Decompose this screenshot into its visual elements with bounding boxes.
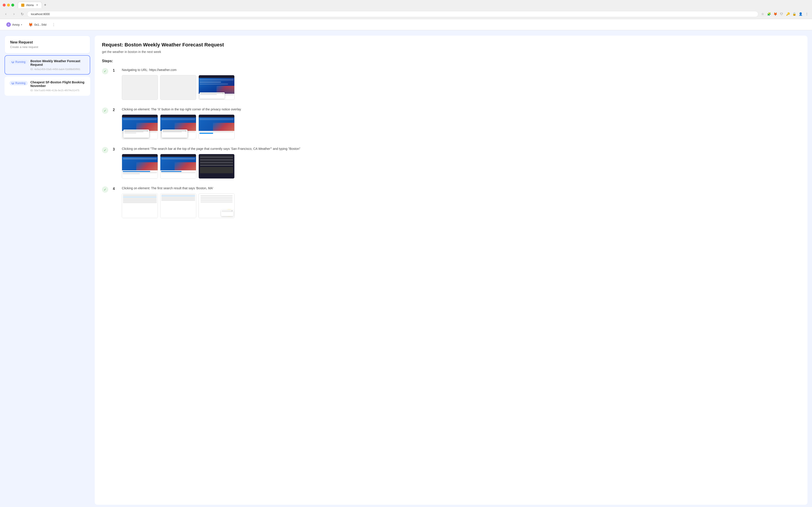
step-check-1: ✓ — [102, 68, 108, 74]
close-traffic-light[interactable] — [3, 4, 6, 6]
dark-bar-5 — [200, 161, 233, 162]
mini-screenshot-3-2 — [160, 154, 196, 178]
popup-bar-1 — [222, 211, 233, 211]
step-number-3: 3 — [113, 147, 117, 152]
wallet-address: 0x1...54d — [34, 23, 46, 26]
wallet-emoji-icon: 🦊 — [29, 22, 33, 27]
bookmark-icon[interactable]: ☆ — [760, 11, 765, 16]
request-card-1-title: Cheapest SF-Boston Flight Booking Novemb… — [31, 80, 85, 88]
profile-icon[interactable]: 👤 — [798, 11, 803, 16]
new-request-title: New Request — [10, 40, 85, 44]
shield-icon[interactable]: 🛡 — [779, 11, 784, 16]
request-card-0-info: Boston Weekly Weather Forecast Request I… — [31, 59, 85, 70]
back-button[interactable]: ‹ — [3, 11, 9, 17]
user-name: Amoy — [12, 23, 19, 26]
sun-bar-3 — [201, 199, 233, 199]
tab-close-button[interactable]: ✕ — [36, 4, 39, 7]
new-request-card[interactable]: New Request Create a new request — [4, 36, 90, 53]
screenshot-4-3: ✕ — [199, 193, 235, 218]
reload-button[interactable]: ↻ — [19, 11, 25, 17]
step-content-3: Clicking on element "The search bar at t… — [122, 147, 800, 179]
step-check-3: ✓ — [102, 147, 108, 153]
request-card-0[interactable]: Running Boston Weekly Weather Forecast R… — [4, 55, 90, 74]
maximize-traffic-light[interactable] — [11, 4, 14, 6]
fox-icon[interactable]: 🦊 — [773, 11, 778, 16]
step-screenshots-3 — [122, 154, 800, 179]
boston2-highlight-bar — [161, 195, 195, 196]
step-screenshots-4: ✕ — [122, 193, 800, 218]
screenshot-3-2 — [160, 154, 196, 179]
screenshot-1-1 — [122, 75, 158, 100]
step-number-4: 4 — [113, 187, 117, 191]
dark-bar-8 — [200, 165, 233, 166]
mini-nav-2-3 — [199, 115, 234, 117]
forward-button[interactable]: › — [11, 11, 17, 17]
spinner-0 — [12, 61, 14, 63]
step-number-2: 2 — [113, 108, 117, 112]
address-bar[interactable]: localhost:8000 — [27, 11, 758, 17]
request-card-1[interactable]: Running Cheapest SF-Boston Flight Bookin… — [4, 76, 90, 96]
boston-bar-5 — [123, 200, 157, 201]
boston-highlight-bar — [123, 197, 157, 198]
key-icon[interactable]: 🔑 — [785, 11, 790, 16]
extensions-icon[interactable]: 🧩 — [766, 11, 771, 16]
header-more-icon[interactable]: ⋮ — [52, 22, 55, 27]
running-label-1: Running — [15, 81, 26, 85]
mini-boston-4-1 — [122, 193, 158, 218]
step-check-2: ✓ — [102, 108, 108, 114]
browser-chrome: Aloria ✕ + ‹ › ↻ localhost:8000 ☆ 🧩 🦊 🛡 … — [0, 0, 812, 19]
sun-bar-2 — [201, 197, 233, 198]
request-card-1-id: ID: 50e7ca93-f486-413b-9e15-4f97f4c51475 — [31, 89, 85, 92]
app-header: A Amoy ▾ 🦊 0x1...54d ⋮ — [0, 19, 812, 30]
url-text: localhost:8000 — [31, 12, 50, 16]
boston2-bar-3 — [161, 198, 195, 199]
dark-bar-4 — [200, 160, 233, 160]
step-number-1: 1 — [113, 68, 117, 72]
mini-sun-screenshot-4-3: ✕ — [199, 193, 234, 218]
new-tab-button[interactable]: + — [42, 2, 48, 8]
address-bar-row: ‹ › ↻ localhost:8000 ☆ 🧩 🦊 🛡 🔑 🔒 👤 ⋮ — [0, 10, 812, 19]
screenshot-2-1: ✕ — [122, 114, 158, 139]
sun-bar-1 — [201, 195, 233, 196]
mini-screenshot-2-1: ✕ — [122, 115, 158, 139]
request-card-0-title: Boston Weekly Weather Forecast Request — [31, 59, 85, 66]
user-chevron-icon: ▾ — [21, 23, 22, 26]
mini-hero-img-1 — [199, 78, 234, 94]
menu-icon[interactable]: ⋮ — [804, 11, 809, 16]
boston2-bar-2 — [161, 197, 195, 198]
browser-icons: ☆ 🧩 🦊 🛡 🔑 🔒 👤 ⋮ — [760, 11, 809, 16]
mini-boston-4-2 — [160, 193, 196, 218]
user-avatar: A — [6, 22, 11, 27]
mini-screenshot-2-3 — [199, 115, 234, 139]
request-card-0-id: ID: 4e9a1459-03a5-4456-bab4-f1b98b65f991 — [31, 68, 85, 70]
popup-close-icon: ✕ — [232, 210, 233, 212]
user-pill[interactable]: A Amoy ▾ — [4, 21, 24, 28]
request-card-0-header: Running Boston Weekly Weather Forecast R… — [9, 59, 85, 70]
request-title: Request: Boston Weekly Weather Forecast … — [102, 42, 800, 48]
step-content-4: Clicking on element: The first search re… — [122, 186, 800, 218]
step-text-4: Clicking on element: The first search re… — [122, 186, 800, 191]
screenshot-1-2 — [160, 75, 196, 100]
boston-bar-1 — [123, 194, 157, 195]
wallet-pill[interactable]: 🦊 0x1...54d — [27, 22, 48, 28]
boston-bar-3 — [123, 198, 157, 199]
step-row-3: ✓ 3 Clicking on element "The search bar … — [102, 147, 800, 179]
mini-nav-2-1 — [122, 115, 158, 117]
boston2-bar-1 — [161, 194, 195, 195]
mini-screenshot-1-3: ✕ — [199, 75, 234, 100]
boston-bar-6 — [123, 201, 157, 202]
minimize-traffic-light[interactable] — [7, 4, 10, 6]
dark-bar-7 — [200, 164, 233, 164]
sun-bar-4 — [201, 200, 233, 201]
mini-nav-3-2 — [160, 154, 196, 157]
boston2-bar-4 — [161, 199, 195, 200]
screenshot-4-1 — [122, 193, 158, 218]
step-text-3: Clicking on element "The search bar at t… — [122, 147, 800, 151]
boston-bar-2 — [123, 195, 157, 196]
browser-titlebar: Aloria ✕ + — [0, 0, 812, 10]
tab-title: Aloria — [26, 3, 34, 7]
screenshot-1-3: ✕ — [199, 75, 235, 100]
active-tab[interactable]: Aloria ✕ — [18, 2, 42, 8]
lock-icon[interactable]: 🔒 — [792, 11, 797, 16]
popup-bar-2 — [222, 211, 233, 212]
